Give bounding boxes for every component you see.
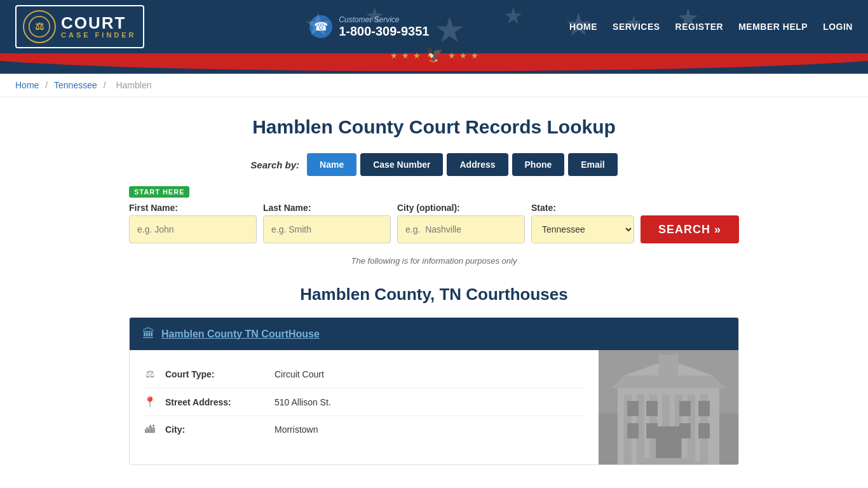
breadcrumb-home[interactable]: Home: [15, 80, 39, 90]
breadcrumb-county: Hamblen: [116, 80, 151, 90]
star-line-left: ★ ★ ★: [390, 51, 421, 60]
nav-home[interactable]: HOME: [569, 22, 597, 32]
state-group: State: Tennessee: [531, 203, 634, 243]
start-here-badge-container: START HERE: [129, 186, 739, 203]
state-select[interactable]: Tennessee: [531, 215, 634, 243]
court-type-icon: ⚖: [142, 368, 158, 380]
court-type-label: Court Type:: [165, 369, 267, 379]
tab-phone[interactable]: Phone: [512, 153, 565, 176]
nav-register[interactable]: REGISTER: [675, 22, 724, 32]
logo-case-finder-text: CASE FINDER: [61, 31, 137, 39]
courthouse-name-link[interactable]: Hamblen County TN CourtHouse: [161, 329, 320, 340]
cs-phone: 1-800-309-9351: [339, 24, 429, 39]
search-button[interactable]: SEARCH »: [641, 215, 739, 243]
main-content: Hamblen County Court Records Lookup Sear…: [116, 97, 752, 488]
svg-rect-26: [637, 461, 700, 464]
courthouse-details: ⚖ Court Type: Circuit Court 📍 Street Add…: [130, 350, 599, 464]
first-name-group: First Name:: [129, 203, 257, 243]
detail-court-type: ⚖ Court Type: Circuit Court: [142, 360, 586, 388]
last-name-label: Last Name:: [263, 203, 391, 213]
street-value: 510 Allison St.: [275, 397, 331, 407]
logo-emblem: ⚖: [23, 10, 56, 43]
courthouse-card: 🏛 Hamblen County TN CourtHouse ⚖ Court T…: [129, 317, 739, 465]
logo-box: ⚖ COURT CASE FINDER: [15, 5, 144, 48]
city-group: City (optional):: [397, 203, 525, 243]
last-name-input[interactable]: [263, 215, 391, 243]
logo-text: COURT CASE FINDER: [61, 15, 137, 39]
svg-rect-22: [646, 423, 658, 438]
svg-text:⚖: ⚖: [35, 20, 44, 32]
courthouses-title: Hamblen County, TN Courthouses: [129, 285, 739, 304]
svg-rect-17: [627, 401, 639, 416]
detail-street: 📍 Street Address: 510 Allison St.: [142, 388, 586, 416]
phone-icon: ☎: [309, 15, 332, 38]
svg-rect-24: [698, 423, 710, 438]
cs-label: Customer Service: [339, 15, 429, 24]
svg-rect-20: [698, 401, 710, 416]
city-label: City (optional):: [397, 203, 525, 213]
courthouse-header: 🏛 Hamblen County TN CourtHouse: [130, 318, 738, 350]
tab-case-number[interactable]: Case Number: [360, 153, 443, 176]
street-label: Street Address:: [165, 397, 267, 407]
city-detail-value: Morristown: [275, 424, 318, 435]
city-icon: 🏙: [142, 424, 158, 435]
breadcrumb-state[interactable]: Tennessee: [54, 80, 97, 90]
site-header: ★ ★ ★ ★ ★ ★ ★ ⚖ COURT CASE FINDER ☎ Cust…: [0, 0, 868, 53]
nav-services[interactable]: SERVICES: [613, 22, 660, 32]
breadcrumb-sep2: /: [104, 80, 109, 90]
logo-area: ⚖ COURT CASE FINDER: [15, 5, 144, 48]
courthouse-image: [599, 350, 738, 464]
street-icon: 📍: [142, 396, 158, 408]
eagle-container: ★ ★ ★ 🦅 ★ ★ ★: [390, 47, 478, 64]
first-name-input[interactable]: [129, 215, 257, 243]
page-title: Hamblen County Court Records Lookup: [129, 116, 739, 138]
city-detail-label: City:: [165, 424, 267, 435]
city-input[interactable]: [397, 215, 525, 243]
search-by-label: Search by:: [250, 159, 299, 170]
tab-address[interactable]: Address: [447, 153, 508, 176]
last-name-group: Last Name:: [263, 203, 391, 243]
svg-rect-25: [643, 458, 694, 461]
main-nav: HOME SERVICES REGISTER MEMBER HELP LOGIN: [569, 22, 853, 32]
breadcrumb: Home / Tennessee / Hamblen: [0, 74, 868, 97]
first-name-label: First Name:: [129, 203, 257, 213]
svg-rect-23: [679, 423, 691, 438]
svg-rect-18: [646, 401, 658, 416]
state-label: State:: [531, 203, 634, 213]
tab-email[interactable]: Email: [568, 153, 617, 176]
nav-member-help[interactable]: MEMBER HELP: [738, 22, 808, 32]
logo-court-text: COURT: [61, 15, 137, 31]
svg-rect-21: [627, 423, 639, 438]
header-wave: ★ ★ ★ 🦅 ★ ★ ★: [0, 53, 868, 74]
customer-service-area: ☎ Customer Service 1-800-309-9351: [309, 15, 429, 39]
info-note: The following is for information purpose…: [129, 256, 739, 266]
start-here-badge: START HERE: [129, 186, 189, 198]
customer-service-text: Customer Service 1-800-309-9351: [339, 15, 429, 39]
courthouse-header-icon: 🏛: [142, 327, 155, 341]
detail-city: 🏙 City: Morristown: [142, 416, 586, 443]
svg-rect-19: [679, 401, 691, 416]
breadcrumb-sep1: /: [45, 80, 50, 90]
court-type-value: Circuit Court: [275, 369, 324, 379]
search-form: First Name: Last Name: City (optional): …: [129, 203, 739, 243]
svg-marker-12: [611, 376, 726, 388]
star-line-right: ★ ★ ★: [448, 51, 478, 60]
nav-login[interactable]: LOGIN: [823, 22, 853, 32]
eagle-icon: 🦅: [426, 47, 443, 64]
courthouse-body: ⚖ Court Type: Circuit Court 📍 Street Add…: [130, 350, 738, 464]
search-by-row: Search by: Name Case Number Address Phon…: [129, 153, 739, 176]
tab-name[interactable]: Name: [307, 153, 356, 176]
